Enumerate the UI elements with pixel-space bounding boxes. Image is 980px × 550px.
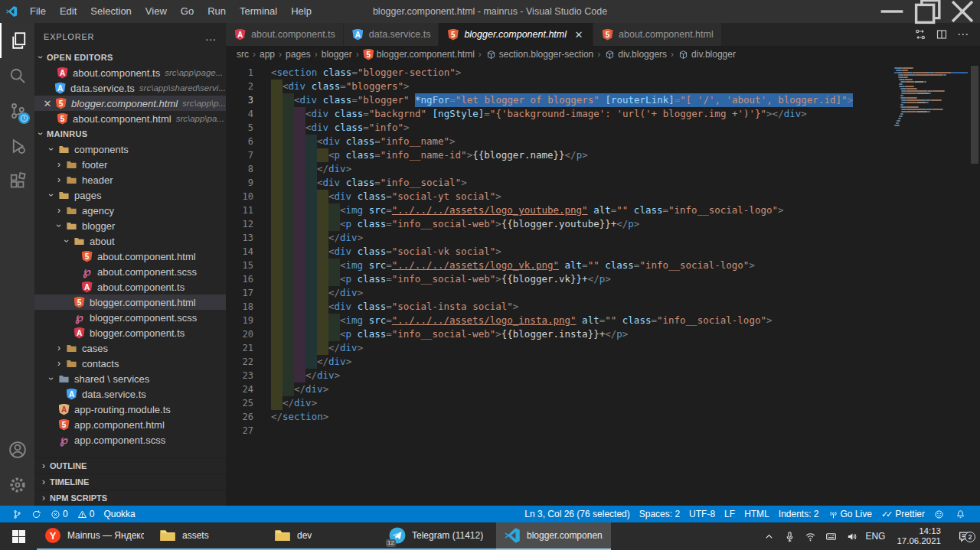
open-editor-item[interactable]: Adata.service.tssrc\app\shared\servi... — [34, 80, 226, 96]
tab-about.component.ts[interactable]: Aabout.component.ts — [226, 23, 343, 46]
taskbar-bloggercomponen[interactable]: blogger.componen... — [496, 522, 611, 550]
taskbar-telegram[interactable]: 12Telegram (11412) — [381, 522, 496, 550]
breadcrumb-item[interactable]: div.bloggers — [604, 48, 667, 60]
breadcrumb-item[interactable]: src — [237, 49, 249, 60]
menu-file[interactable]: File — [23, 0, 53, 23]
status-indents[interactable]: Indents: 2 — [774, 506, 824, 522]
status-sync[interactable] — [27, 506, 46, 522]
menu-edit[interactable]: Edit — [53, 0, 83, 23]
tree-item[interactable]: 5app.component.html — [34, 417, 226, 432]
activity-search[interactable] — [0, 58, 34, 93]
wifi-icon[interactable] — [803, 529, 817, 543]
language-indicator[interactable]: ENG — [865, 531, 885, 542]
breadcrumb-item[interactable]: pages — [286, 49, 311, 60]
editor-scrollbar[interactable] — [971, 66, 978, 164]
tree-item[interactable]: ℘app.component.scss — [34, 432, 226, 447]
tab-data.service.ts[interactable]: Adata.service.ts — [344, 23, 439, 46]
tab-blogger.component.html[interactable]: 5blogger.component.html✕ — [439, 23, 593, 46]
restore-icon[interactable] — [910, 0, 945, 23]
status-encoding[interactable]: UTF-8 — [684, 506, 720, 522]
breadcrumb-item[interactable]: app — [260, 49, 275, 60]
status-branch[interactable] — [8, 506, 27, 522]
minimap-line — [894, 72, 968, 73]
open-editor-item[interactable]: Aabout.component.tssrc\app\page... — [34, 65, 226, 80]
tree-item[interactable]: ℘blogger.component.scss — [34, 310, 226, 325]
tree-item[interactable]: Ablogger.component.ts — [34, 325, 226, 340]
tree-item[interactable]: 5about.component.html — [34, 249, 226, 264]
project-header[interactable]: › MAINRUS — [34, 126, 226, 142]
status-language-mode[interactable]: HTML — [740, 506, 774, 522]
minimize-icon[interactable] — [874, 0, 910, 23]
taskbar-assets[interactable]: assets — [152, 522, 266, 550]
start-button[interactable] — [0, 522, 37, 550]
explorer-more-icon[interactable]: ... — [205, 31, 217, 43]
minimap[interactable] — [894, 67, 968, 129]
tree-item[interactable]: ›components — [34, 142, 226, 157]
status-prettier[interactable]: ✓✓Prettier — [877, 506, 929, 522]
activity-run-debug[interactable] — [0, 129, 34, 164]
activity-accounts[interactable] — [0, 432, 34, 467]
breadcrumb-item[interactable]: blogger — [322, 49, 352, 60]
taskbar-dev[interactable]: dev — [266, 522, 381, 550]
menu-go[interactable]: Go — [174, 0, 201, 23]
activity-source-control[interactable] — [0, 93, 34, 129]
code-line-17: 17</div> — [226, 286, 980, 300]
open-editor-item[interactable]: 5about.component.htmlsrc\app\pa... — [34, 111, 226, 126]
close-icon[interactable]: ✕ — [41, 98, 54, 109]
status-quokka[interactable]: Quokka — [99, 506, 139, 522]
tree-item[interactable]: Aabout.component.ts — [34, 279, 226, 295]
close-icon[interactable] — [945, 0, 980, 23]
tree-item[interactable]: ›contacts — [34, 356, 226, 371]
tree-item[interactable]: ›footer — [34, 157, 226, 172]
open-editors-header[interactable]: › OPEN EDITORS — [34, 50, 226, 65]
action-center-button[interactable]: 2 — [952, 530, 975, 543]
status-warnings[interactable]: 0 — [73, 506, 100, 522]
activity-settings[interactable] — [0, 467, 34, 503]
tree-item[interactable]: ›header — [34, 172, 226, 187]
tree-item[interactable]: Aapp-routing.module.ts — [34, 402, 226, 417]
section-timeline[interactable]: ›TIMELINE — [34, 474, 226, 490]
section-outline[interactable]: ›OUTLINE — [34, 457, 226, 474]
close-icon[interactable]: ✕ — [573, 29, 585, 41]
menu-view[interactable]: View — [139, 0, 174, 23]
tab-about.component.html[interactable]: 5about.component.html — [593, 23, 721, 46]
speaker-icon[interactable] — [844, 529, 858, 543]
status-feedback[interactable] — [929, 506, 951, 522]
open-editor-item[interactable]: ✕5blogger.component.htmlsrc\app\p... — [34, 96, 226, 111]
section-npm-scripts[interactable]: ›NPM SCRIPTS — [34, 490, 226, 506]
breadcrumb-item[interactable]: 5blogger.component.html — [363, 48, 475, 60]
tree-item[interactable]: ℘about.component.scss — [34, 264, 226, 279]
status-indentation[interactable]: Spaces: 2 — [635, 506, 684, 522]
activity-extensions[interactable] — [0, 164, 34, 199]
menu-help[interactable]: Help — [284, 0, 318, 23]
mic-icon[interactable] — [782, 529, 796, 543]
taskbar-clock[interactable]: 14:1317.06.2021 — [892, 526, 946, 546]
breadcrumb-item[interactable]: div.blogger — [678, 48, 736, 60]
code-token: class — [328, 107, 363, 121]
status-go-live[interactable]: Go Live — [824, 506, 877, 522]
status-eol[interactable]: LF — [720, 506, 740, 522]
indent-guide — [317, 327, 328, 341]
tree-item[interactable]: ›shared \ services — [34, 371, 226, 386]
status-cursor-position[interactable]: Ln 3, Col 26 (76 selected) — [520, 506, 634, 522]
taskbar-mainrus[interactable]: YMainrus — Яндекс.... — [37, 522, 152, 550]
chevron-up-icon[interactable] — [762, 529, 776, 543]
tree-item[interactable]: ›cases — [34, 340, 226, 356]
tree-item[interactable]: ›agency — [34, 203, 226, 218]
breadcrumb-item[interactable]: section.blogger-section — [485, 48, 593, 60]
activity-explorer[interactable] — [0, 23, 34, 58]
status-notifications[interactable] — [951, 506, 972, 522]
tree-item[interactable]: ›about — [34, 233, 226, 249]
section-label: NPM SCRIPTS — [50, 493, 107, 503]
menu-selection[interactable]: Selection — [83, 0, 138, 23]
tree-item[interactable]: ›pages — [34, 187, 226, 203]
tree-item[interactable]: Adata.service.ts — [34, 386, 226, 402]
keyboard-icon[interactable] — [824, 529, 838, 543]
code-editor[interactable]: 1<section class="blogger-section">2<div … — [226, 63, 980, 506]
menu-run[interactable]: Run — [201, 0, 233, 23]
tree-item[interactable]: ›blogger — [34, 218, 226, 233]
tree-item-label: header — [82, 174, 113, 186]
menu-terminal[interactable]: Terminal — [233, 0, 284, 23]
tree-item[interactable]: 5blogger.component.html — [34, 295, 226, 310]
status-errors[interactable]: 0 — [46, 506, 73, 522]
